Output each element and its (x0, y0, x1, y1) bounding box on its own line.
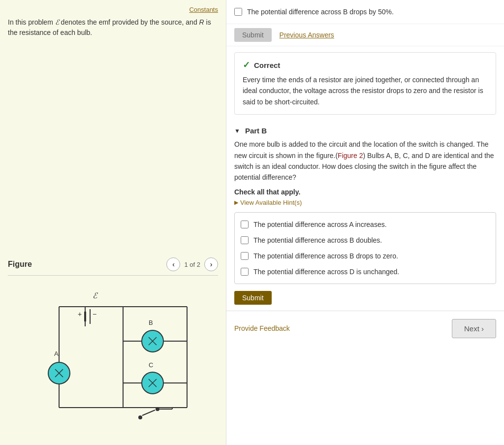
checkbox-b-drops-50[interactable] (234, 8, 242, 16)
svg-text:C: C (149, 361, 153, 369)
correct-body-text: Every time the ends of a resistor are jo… (243, 74, 488, 107)
svg-point-33 (156, 407, 159, 411)
svg-line-32 (142, 410, 155, 415)
part-b-header[interactable]: ▼ Part B (234, 121, 496, 139)
part-b-description: One more bulb is added to the circuit an… (234, 139, 496, 183)
submit-button-top[interactable]: Submit (234, 28, 272, 42)
option-a-increases: The potential difference across A increa… (241, 217, 490, 232)
provide-feedback-link[interactable]: Provide Feedback (234, 324, 290, 332)
next-button[interactable]: Next › (452, 319, 496, 338)
bottom-bar: Provide Feedback Next › (226, 311, 504, 346)
option-b-doubles: The potential difference across B double… (241, 232, 490, 248)
view-hints-toggle[interactable]: ▶ View Available Hint(s) (234, 199, 496, 206)
figure-header: Figure ‹ 1 of 2 › (8, 254, 218, 276)
right-panel: The potential difference across B drops … (226, 0, 504, 445)
figure-title: Figure (8, 260, 32, 269)
correct-box: ✓ Correct Every time the ends of a resis… (234, 52, 496, 115)
left-panel: Constants In this problem ℰ denotes the … (0, 0, 226, 445)
option-b-doubles-label: The potential difference across B double… (253, 236, 382, 244)
svg-text:+: + (78, 310, 82, 318)
circuit-diagram: ℰ + − (8, 280, 218, 437)
figure-nav: ‹ 1 of 2 › (166, 257, 218, 271)
next-figure-button[interactable]: › (204, 257, 218, 271)
part-b-arrow-icon: ▼ (234, 127, 240, 134)
svg-text:A: A (54, 350, 59, 357)
figure-2-link[interactable]: Figure 2 (338, 152, 363, 159)
checkbox-d-unchanged[interactable] (241, 268, 249, 276)
part-b-label: Part B (245, 127, 267, 135)
view-hints-label: View Available Hint(s) (240, 199, 302, 206)
submit-button-part-b[interactable]: Submit (234, 291, 272, 305)
correct-header: ✓ Correct (243, 60, 488, 70)
option-b-drops-50-label: The potential difference across B drops … (247, 8, 394, 16)
submit-row-top: Submit Previous Answers (226, 24, 504, 46)
checkbox-b-doubles[interactable] (241, 236, 249, 244)
option-d-unchanged-label: The potential difference across D is unc… (253, 268, 399, 276)
option-b-drops-50: The potential difference across B drops … (234, 4, 496, 20)
correct-check-icon: ✓ (243, 60, 250, 70)
svg-text:−: − (93, 310, 96, 318)
option-b-drops-zero: The potential difference across B drops … (241, 248, 490, 264)
previous-answers-link[interactable]: Previous Answers (280, 31, 334, 39)
correct-label: Correct (254, 61, 280, 69)
option-b-drops-zero-label: The potential difference across B drops … (253, 252, 398, 260)
checkbox-b-drops-zero[interactable] (241, 252, 249, 260)
option-a-increases-label: The potential difference across A increa… (253, 221, 387, 228)
svg-text:ℰ: ℰ (93, 291, 98, 300)
check-all-label: Check all that apply. (234, 188, 496, 196)
problem-text: In this problem ℰ denotes the emf provid… (8, 17, 218, 38)
circuit-svg: ℰ + − (20, 285, 207, 432)
constants-link[interactable]: Constants (8, 6, 218, 13)
option-d-unchanged: The potential difference across D is unc… (241, 264, 490, 280)
svg-point-31 (138, 415, 142, 419)
part-b-options-box: The potential difference across A increa… (234, 212, 496, 284)
checkbox-a-increases[interactable] (241, 221, 249, 228)
figure-section: Figure ‹ 1 of 2 › ℰ + − (0, 254, 226, 445)
part-b-submit-row: Submit (234, 291, 496, 305)
figure-nav-count: 1 of 2 (184, 261, 200, 268)
top-answer-row: The potential difference across B drops … (226, 0, 504, 24)
svg-text:B: B (149, 319, 153, 326)
part-b-section: ▼ Part B One more bulb is added to the c… (226, 121, 504, 305)
hint-arrow-icon: ▶ (234, 199, 238, 206)
prev-figure-button[interactable]: ‹ (166, 257, 180, 271)
